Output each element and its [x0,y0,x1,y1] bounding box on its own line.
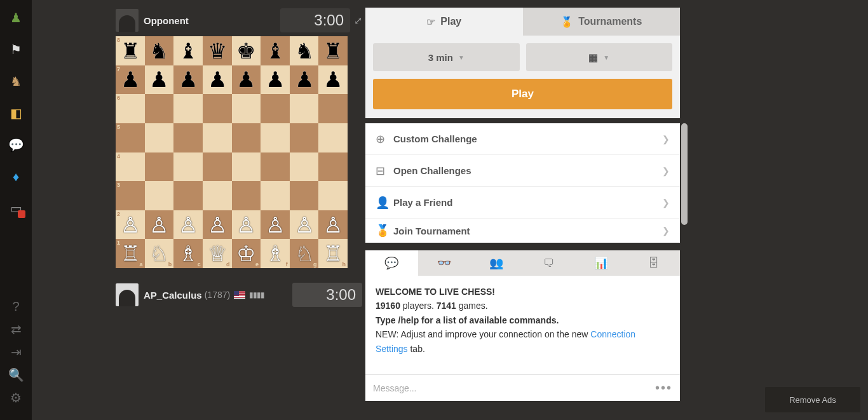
square-e2[interactable]: ♙ [232,210,261,240]
search-icon[interactable]: 🔍 [8,367,24,383]
piece[interactable]: ♜ [323,40,342,62]
tab-play[interactable]: ☞ Play [365,8,523,36]
help-icon[interactable]: ? [8,298,24,315]
square-f1[interactable]: ♗f [261,239,290,268]
square-c7[interactable]: ♟ [173,65,203,95]
square-e1[interactable]: ♔e [232,239,261,268]
square-b2[interactable]: ♙ [145,210,174,240]
piece[interactable]: ♗ [266,243,285,264]
square-h1[interactable]: ♖h [318,239,348,268]
option-open-challenges[interactable]: ⊟ Open Challenges ❯ [365,155,680,187]
square-h7[interactable]: ♟ [318,65,348,95]
expand-icon[interactable]: ⤢ [354,15,362,27]
square-b6[interactable] [145,94,174,123]
square-g7[interactable]: ♟ [290,65,319,95]
square-b1[interactable]: ♘b [145,239,174,268]
retweet-icon[interactable]: ⇄ [8,321,24,337]
square-e4[interactable] [232,152,261,182]
opponent-name[interactable]: Opponent [144,15,189,26]
piece[interactable]: ♟ [149,69,168,90]
piece[interactable]: ♘ [295,243,314,264]
knight-icon[interactable]: ♞ [8,73,24,90]
square-c6[interactable] [173,94,203,123]
square-a2[interactable]: ♙2 [116,210,145,240]
piece[interactable]: ♙ [121,214,140,236]
piece[interactable]: ♗ [179,243,198,264]
pawn-icon[interactable]: ♟ [8,10,24,26]
piece[interactable]: ♜ [121,40,140,62]
square-b7[interactable]: ♟ [145,65,174,95]
square-d4[interactable] [203,152,232,182]
square-f6[interactable] [261,94,290,123]
chat-tab-stats[interactable]: 📊 [575,250,628,276]
piece[interactable]: ♟ [295,69,314,90]
piece[interactable]: ♞ [149,40,168,62]
player-name[interactable]: AP_Calculus [144,290,202,301]
chat-more-icon[interactable]: ••• [655,381,672,395]
chat-input[interactable] [373,383,655,393]
square-d2[interactable]: ♙ [203,210,232,240]
piece[interactable]: ♙ [266,214,285,236]
square-g2[interactable]: ♙ [290,210,319,240]
piece[interactable]: ♙ [323,214,342,236]
piece[interactable]: ♝ [266,40,285,62]
time-control-dropdown[interactable]: 3 min ▼ [373,43,520,71]
piece[interactable]: ♙ [179,214,198,236]
chat-bubble-icon[interactable]: 💬 [8,137,24,153]
square-b5[interactable] [145,123,174,152]
chat-tab-messages[interactable]: 💬 [365,250,418,276]
collapse-icon[interactable]: ⇥ [8,344,24,360]
square-h6[interactable] [318,94,348,123]
square-b8[interactable]: ♞ [145,36,174,65]
game-type-dropdown[interactable]: ▦ ▼ [526,43,673,71]
play-button[interactable]: Play [373,79,672,109]
square-a7[interactable]: ♟7 [116,65,145,95]
piece[interactable]: ♖ [323,243,342,264]
piece[interactable]: ♟ [266,69,285,90]
square-h8[interactable]: ♜ [318,36,348,65]
square-a6[interactable]: 6 [116,94,145,123]
square-d3[interactable] [203,181,232,210]
opponent-avatar[interactable] [116,9,139,32]
square-g5[interactable] [290,123,319,152]
square-h2[interactable]: ♙ [318,210,348,240]
tab-tournaments[interactable]: 🏅 Tournaments [523,8,681,36]
square-a3[interactable]: 3 [116,181,145,210]
chat-tab-binoculars[interactable]: 👓 [418,250,471,276]
square-b3[interactable] [145,181,174,210]
square-f5[interactable] [261,123,290,152]
square-a5[interactable]: 5 [116,123,145,152]
chat-tab-archive[interactable]: 🗄 [628,250,681,276]
square-b4[interactable] [145,152,174,182]
settings-icon[interactable]: ⚙ [8,390,24,406]
player-avatar[interactable] [116,283,139,306]
square-e3[interactable] [232,181,261,210]
piece[interactable]: ♟ [121,69,140,90]
square-g6[interactable] [290,94,319,123]
scrollbar-thumb[interactable] [681,123,688,225]
piece[interactable]: ♘ [149,243,168,264]
square-c5[interactable] [173,123,203,152]
square-d8[interactable]: ♛ [203,36,232,65]
square-c2[interactable]: ♙ [173,210,203,240]
square-h5[interactable] [318,123,348,152]
square-d1[interactable]: ♕d [203,239,232,268]
piece[interactable]: ♞ [295,40,314,62]
option-play-friend[interactable]: 👤 Play a Friend ❯ [365,187,680,219]
option-join-tournament[interactable]: 🏅 Join Tournament ❯ [365,219,680,243]
square-f8[interactable]: ♝ [261,36,290,65]
square-f7[interactable]: ♟ [261,65,290,95]
chat-tab-friends[interactable]: 👥 [470,250,523,276]
piece[interactable]: ♕ [208,243,227,264]
square-c4[interactable] [173,152,203,182]
piece[interactable]: ♛ [208,40,227,62]
piece[interactable]: ♟ [236,69,255,90]
alert-icon[interactable]: ▭ [8,200,24,217]
diamond-icon[interactable]: ♦ [8,168,24,185]
piece[interactable]: ♟ [208,69,227,90]
square-e6[interactable] [232,94,261,123]
piece[interactable]: ♝ [179,40,198,62]
square-f2[interactable]: ♙ [261,210,290,240]
piece[interactable]: ♟ [323,69,342,90]
square-h3[interactable] [318,181,348,210]
